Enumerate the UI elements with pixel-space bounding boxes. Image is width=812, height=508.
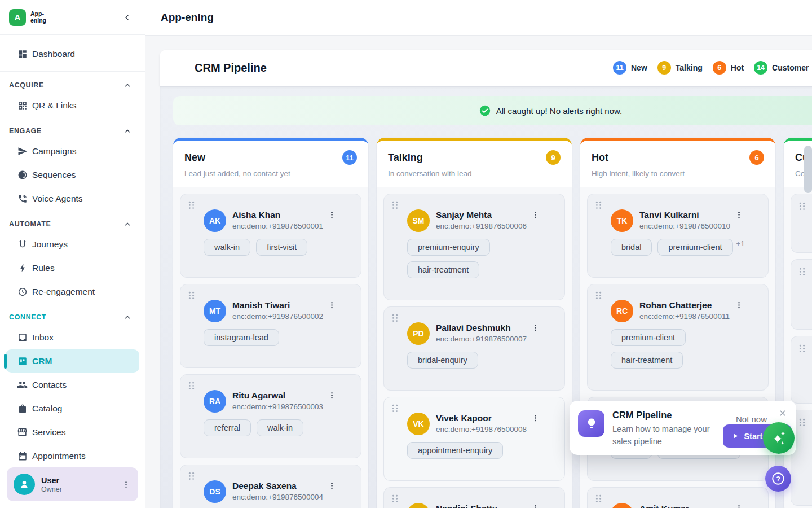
not-now-button[interactable]: Not now [736,414,767,424]
tag-chip: premium-client [657,239,732,256]
kanban-icon [17,356,28,366]
lead-card[interactable] [791,194,812,253]
section-header-acquire[interactable]: ACQUIRE [0,72,145,93]
drag-handle-icon[interactable] [595,291,602,300]
drag-handle-icon[interactable] [799,268,805,276]
sidebar-item-services[interactable]: Services [6,421,139,444]
sidebar-item-sequences[interactable]: Sequences [6,163,139,186]
alert-banner: All caught up! No alerts right now. [173,96,812,125]
column-subtitle: High intent, likely to convert [592,169,764,178]
ai-sparkle-fab[interactable] [763,422,795,454]
pipeline-column-talking: Talking 9 In conversation with lead SM S… [377,138,572,508]
lead-phone: enc:demo:+919876500007 [436,335,527,343]
kebab-menu-icon[interactable] [734,300,744,309]
kebab-menu-icon[interactable] [326,390,337,400]
stat-count-badge: 9 [657,61,671,75]
tag-chip: referral [204,419,251,436]
sidebar-item-rules[interactable]: Rules [6,256,139,279]
calendar-icon [17,450,28,461]
section-header-automate[interactable]: AUTOMATE [0,211,145,232]
kebab-menu-icon[interactable] [530,503,541,508]
chevron-up-icon [123,313,131,321]
lead-card[interactable]: RA Ritu Agarwal enc:demo:+919876500003 r… [180,374,361,458]
drag-handle-icon[interactable] [188,291,195,300]
kebab-menu-icon[interactable] [326,480,337,490]
user-card[interactable]: User Owner [7,467,138,501]
drag-handle-icon[interactable] [799,344,805,353]
sidebar-item-voice-agents[interactable]: Voice Agents [6,187,139,210]
pipeline-stat: 9 Talking [657,61,703,75]
sidebar-item-inbox[interactable]: Inbox [6,326,139,349]
drag-handle-icon[interactable] [595,201,602,209]
drag-handle-icon[interactable] [595,494,602,503]
kebab-menu-icon[interactable] [120,478,133,491]
kebab-menu-icon[interactable] [326,209,337,219]
sidebar-item-appointments[interactable]: Appointments [6,444,139,467]
lead-phone: enc:demo:+919876500003 [232,402,323,411]
tag-chip: first-visit [256,239,307,256]
drag-handle-icon[interactable] [799,202,805,211]
drag-handle-icon[interactable] [392,201,398,209]
lead-card[interactable] [791,336,812,404]
tag-chip: premium-enquiry [407,239,490,256]
drag-handle-icon[interactable] [188,472,195,480]
lead-phone: enc:demo:+919876500004 [232,493,323,501]
sidebar-item-crm[interactable]: CRM [6,349,139,373]
lead-card[interactable]: VK Vivek Kapoor enc:demo:+919876500008 a… [383,397,565,481]
kebab-menu-icon[interactable] [530,413,541,422]
drag-handle-icon[interactable] [392,404,398,413]
section-header-engage[interactable]: ENGAGE [0,117,145,139]
kebab-menu-icon[interactable] [530,322,541,332]
kebab-menu-icon[interactable] [326,300,337,309]
tag-chip: instagram-lead [204,329,279,346]
sidebar-item-campaigns[interactable]: Campaigns [6,139,139,163]
close-icon[interactable] [778,409,787,418]
avatar: RA [204,390,226,413]
lead-card[interactable]: TK Tanvi Kulkarni enc:demo:+919876500010… [587,194,769,278]
user-avatar-icon [14,474,35,495]
avatar: AK [611,503,633,508]
pipeline-column-new: New 11 Lead just added, no contact yet A… [173,138,368,508]
scrollbar-thumb[interactable] [804,146,812,193]
pipeline-stat: 6 Hot [713,61,744,75]
lead-name: Nandini Shetty [436,503,497,508]
tag-chip: bridal [611,239,652,256]
drag-handle-icon[interactable] [799,418,805,427]
sidebar-item-dashboard[interactable]: Dashboard [6,42,139,65]
lead-card[interactable]: PD Pallavi Deshmukh enc:demo:+9198765000… [383,306,565,391]
sidebar-item-re-engagement[interactable]: Re-engagement [6,280,139,303]
logo-row: A App-ening [0,0,145,35]
kebab-menu-icon[interactable] [734,209,744,219]
drag-handle-icon[interactable] [392,314,398,322]
bolt-icon [17,262,28,273]
section-header-connect[interactable]: CONNECT [0,304,145,325]
help-fab[interactable]: ? [765,466,791,492]
lead-card[interactable] [791,259,812,330]
lead-name: Manish Tiwari [232,300,323,311]
lead-card[interactable]: AK Aisha Khan enc:demo:+919876500001 wal… [180,194,361,278]
stat-label: Talking [676,63,703,72]
lead-card[interactable]: MT Manish Tiwari enc:demo:+919876500002 … [180,284,361,368]
stat-label: New [631,63,647,72]
lead-card[interactable]: NS Nandini Shetty [383,487,565,508]
lead-card[interactable]: RC Rohan Chatterjee enc:demo:+9198765000… [587,284,769,391]
pipeline-header: CRM Pipeline 11 New 9 Talking 6 Hot 14 C… [160,50,812,86]
lead-card[interactable]: SM Sanjay Mehta enc:demo:+919876500006 p… [383,194,565,300]
app-logo: A [9,9,26,26]
drag-handle-icon[interactable] [188,201,195,209]
lead-name: Amit Kumar [639,503,689,508]
sidebar-item-catalog[interactable]: Catalog [6,397,139,420]
lead-card[interactable]: AK Amit Kumar [587,487,769,508]
lead-card[interactable]: DS Deepak Saxena enc:demo:+919876500004 [180,465,361,508]
drag-handle-icon[interactable] [188,382,195,390]
tag-chip: walk-in [257,419,303,436]
drag-handle-icon[interactable] [392,494,398,503]
sidebar-collapse-icon[interactable] [122,13,131,22]
sidebar-item-contacts[interactable]: Contacts [6,373,139,396]
kebab-menu-icon[interactable] [530,209,541,219]
kebab-menu-icon[interactable] [734,503,744,508]
sidebar-item-qr-links[interactable]: QR & Links [6,94,139,117]
qr-icon [17,100,28,111]
chevron-up-icon [123,127,131,135]
sidebar-item-journeys[interactable]: Journeys [6,233,139,256]
